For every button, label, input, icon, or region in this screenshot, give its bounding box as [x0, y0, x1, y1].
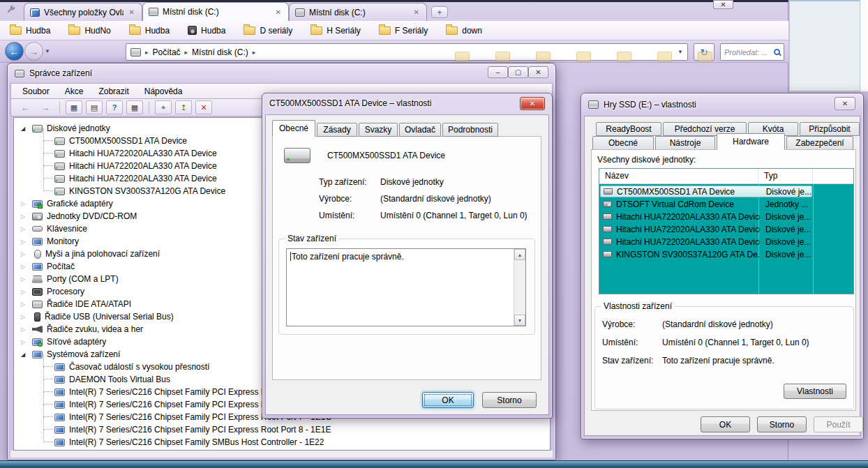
new-tab-button[interactable]: +	[431, 6, 448, 18]
apply-button[interactable]: Použít	[814, 416, 863, 432]
bookmark-d-serialy[interactable]: D seriály	[244, 26, 292, 36]
close-button[interactable]: ✕	[520, 97, 545, 110]
tab-close-icon[interactable]: ✕	[412, 8, 421, 16]
bookmark-hudba-3[interactable]: Hudba	[188, 26, 225, 36]
bookmark-hudba[interactable]: Hudba	[10, 26, 50, 36]
taskbar-strip[interactable]	[0, 460, 868, 468]
expander-closed-icon[interactable]: ▷	[21, 201, 32, 207]
properties-icon[interactable]: ▤	[86, 100, 103, 114]
update-driver-icon[interactable]: ↥	[175, 100, 192, 114]
dialog-titlebar[interactable]: CT500MX500SSD1 ATA Device – vlastnosti	[262, 93, 552, 113]
show-icon[interactable]: ▦	[66, 100, 82, 114]
speaker-icon	[188, 26, 197, 35]
menu-soubor[interactable]: Soubor	[22, 86, 50, 96]
expander-closed-icon[interactable]: ▷	[21, 301, 32, 308]
tab-close-icon[interactable]: ✕	[128, 8, 136, 16]
list-row-hitachi-1[interactable]: Hitachi HUA722020ALA330 ATA Device Disko…	[600, 211, 812, 222]
bookmark-h-serialy[interactable]: H Seriály	[310, 26, 361, 36]
expander-open-icon[interactable]: ◢	[21, 126, 32, 132]
tab-zabezpeceni[interactable]: Zabezpečení	[786, 136, 853, 150]
help-icon[interactable]: ?	[106, 100, 123, 114]
expander-closed-icon[interactable]: ▷	[21, 339, 32, 345]
tab-control-panel[interactable]: Všechny položky Ovládací ✕	[24, 3, 142, 21]
address-dropdown-icon[interactable]: ▼	[678, 49, 683, 55]
forward-icon[interactable]: →	[37, 100, 54, 114]
ok-button[interactable]: OK	[422, 392, 474, 408]
close-button[interactable]: ✕	[528, 66, 548, 78]
close-button[interactable]: ✕	[835, 97, 855, 110]
column-nazev[interactable]: Název	[599, 169, 758, 183]
tab-svazky[interactable]: Svazky	[359, 123, 398, 137]
expander-closed-icon[interactable]: ▷	[21, 264, 32, 270]
ghost-folder-icon	[536, 52, 551, 62]
tab-nastroje[interactable]: Nástroje	[655, 136, 715, 150]
scroll-down-icon[interactable]: ▼	[514, 315, 525, 326]
device-manager-titlebar[interactable]: Správce zařízení	[8, 63, 555, 83]
expander-closed-icon[interactable]: ▷	[21, 276, 32, 282]
bookmark-down[interactable]: down	[446, 26, 482, 36]
tab-local-disk-c-active[interactable]: Místní disk (C:) ✕	[142, 2, 289, 21]
system-device-icon	[32, 351, 43, 358]
close-button[interactable]: ✕	[713, 0, 733, 9]
column-typ[interactable]: Typ	[758, 169, 813, 183]
uninstall-icon[interactable]: ✕	[195, 100, 212, 114]
properties-button[interactable]: Vlastnosti	[784, 384, 846, 399]
tree-connector	[43, 430, 44, 442]
tab-obecne[interactable]: Obecné	[592, 136, 654, 150]
bookmark-f-serialy[interactable]: F Seriály	[379, 26, 428, 36]
wrench-tools-icon[interactable]	[6, 5, 17, 18]
window-titlebar[interactable]: Hry SSD (E:) – vlastnosti	[581, 93, 863, 116]
folder-icon	[379, 27, 391, 35]
list-row-dtsoft[interactable]: DTSOFT Virtual CdRom Device Jednotky ...	[600, 198, 812, 210]
tab-zasady[interactable]: Zásady	[317, 123, 357, 137]
list-row-kingston[interactable]: KINGSTON SV300S37A120G ATA De... Diskové…	[600, 248, 812, 260]
tab-readyboost[interactable]: ReadyBoost	[596, 122, 661, 136]
expander-closed-icon[interactable]: ▷	[21, 251, 32, 257]
tree-item-intel-pcie-8[interactable]: Intel(R) 7 Series/C216 Chipset Family PC…	[14, 423, 550, 436]
menu-akce[interactable]: Akce	[65, 86, 84, 96]
search-input[interactable]: Prohledat: ...	[720, 43, 784, 61]
tab-ovladac[interactable]: Ovladač	[399, 123, 441, 137]
ok-button[interactable]: OK	[701, 416, 750, 432]
back-button[interactable]: ←	[5, 42, 24, 61]
back-icon[interactable]: ←	[17, 100, 33, 114]
cancel-button[interactable]: Storno	[757, 416, 807, 432]
maximize-button[interactable]: ▢	[508, 66, 528, 78]
expander-closed-icon[interactable]: ▷	[21, 213, 32, 220]
menu-napoveda[interactable]: Nápověda	[144, 86, 183, 96]
tab-hardware-active[interactable]: Hardware	[717, 133, 785, 150]
tab-close-icon[interactable]: ✕	[274, 8, 283, 16]
tab-obecne[interactable]: Obecné	[272, 120, 315, 137]
tab-local-disk-c[interactable]: Místní disk (C:) ✕	[289, 3, 427, 21]
forward-button[interactable]: →	[24, 42, 43, 61]
tab-podrobnosti[interactable]: Podrobnosti	[442, 123, 498, 137]
breadcrumb-local-disk[interactable]: Místní disk (C:)	[192, 47, 248, 57]
expander-closed-icon[interactable]: ▷	[21, 326, 32, 333]
tab-prizpusobit[interactable]: Přizpůsobit	[800, 122, 860, 136]
breadcrumb[interactable]: ▸ Počítač ▸ Místní disk (C:) ▸ ▼	[126, 43, 688, 61]
menu-zobrazit[interactable]: Zobrazit	[98, 86, 128, 96]
expander-closed-icon[interactable]: ▷	[21, 289, 32, 295]
expander-closed-icon[interactable]: ▷	[21, 226, 32, 232]
recent-pages-dropdown-icon[interactable]: ▼	[45, 48, 50, 54]
bookmark-hudno[interactable]: HudNo	[68, 26, 110, 36]
scan-hardware-icon[interactable]: ⌖	[155, 100, 172, 114]
scrollbar[interactable]: ▲ ▼	[514, 249, 525, 326]
minimize-button[interactable]: –	[488, 66, 508, 78]
expander-closed-icon[interactable]: ▷	[21, 239, 32, 245]
list-label: Všechny diskové jednotky:	[597, 155, 696, 165]
disk-drive-icon	[603, 226, 612, 232]
list-row-hitachi-3[interactable]: Hitachi HUA722020ALA330 ATA Device Disko…	[600, 236, 812, 248]
system-device-icon	[54, 401, 65, 409]
bookmark-hudba-2[interactable]: Hudba	[129, 26, 170, 36]
tree-item-intel-smbus[interactable]: Intel(R) 7 Series/C216 Chipset Family SM…	[14, 436, 550, 448]
list-icon[interactable]: ▦	[126, 100, 143, 114]
expander-closed-icon[interactable]: ▷	[21, 314, 32, 320]
list-row-ct500[interactable]: CT500MX500SSD1 ATA Device Diskové je...	[600, 186, 812, 197]
cancel-button[interactable]: Storno	[482, 392, 537, 408]
list-row-hitachi-2[interactable]: Hitachi HUA722020ALA330 ATA Device Disko…	[600, 223, 812, 235]
expander-open-icon[interactable]: ◢	[21, 352, 32, 358]
device-status-textbox[interactable]: Toto zařízení pracuje správně. ▲ ▼	[286, 248, 526, 326]
scroll-up-icon[interactable]: ▲	[514, 249, 525, 260]
breadcrumb-computer[interactable]: Počítač	[153, 47, 181, 57]
